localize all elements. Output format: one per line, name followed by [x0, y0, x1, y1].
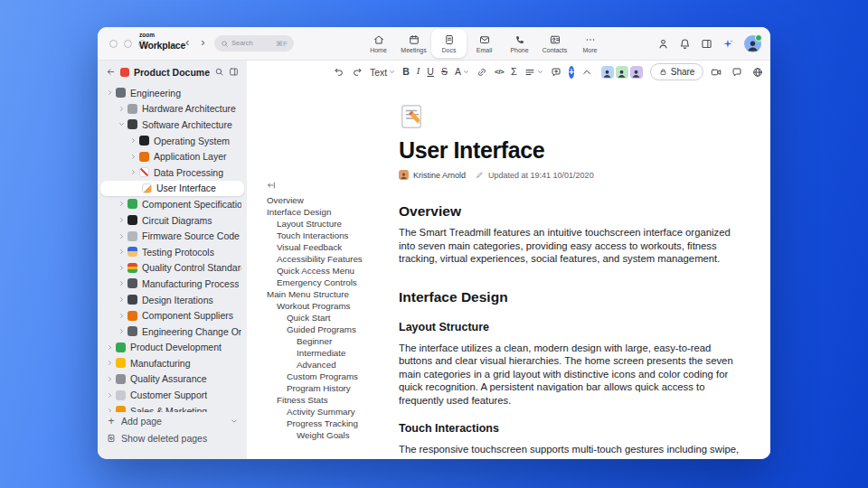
sidebar-item-user-interface[interactable]: User Interface [100, 181, 244, 197]
toc-item-workout-programs[interactable]: Workout Programs [267, 300, 384, 312]
toc-item-beginner[interactable]: Beginner [267, 335, 384, 347]
back-button[interactable]: ‹ [185, 34, 189, 51]
chevron-right-icon[interactable] [117, 280, 127, 286]
chevron-right-icon[interactable] [117, 233, 127, 239]
toc-item-touch-interactions[interactable]: Touch Interactions [267, 230, 384, 241]
toc-item-visual-feedback[interactable]: Visual Feedback [267, 241, 384, 253]
sidebar-item-sales-marketing[interactable]: Sales & Marketing [98, 403, 247, 412]
chevron-right-icon[interactable] [117, 249, 127, 255]
sidebar-item-software-architecture[interactable]: Software Architecture [98, 117, 247, 133]
user-avatar[interactable] [744, 35, 761, 52]
sidebar-item-quality-control-standards[interactable]: Quality Control Standards [98, 260, 247, 277]
toc-item-quick-start[interactable]: Quick Start [267, 312, 384, 324]
back-arrow-icon[interactable] [106, 67, 116, 77]
add-block-button[interactable]: + [569, 66, 574, 79]
toc-item-overview[interactable]: Overview [267, 194, 384, 206]
toc-item-custom-programs[interactable]: Custom Programs [267, 371, 384, 382]
sidebar-item-customer-support[interactable]: Customer Support [98, 387, 247, 403]
add-page-button[interactable]: + Add page [98, 412, 247, 429]
italic-button[interactable]: I [417, 67, 420, 77]
tab-home[interactable]: Home [361, 27, 396, 60]
toc-item-intermediate[interactable]: Intermediate [267, 347, 384, 359]
chevron-right-icon[interactable] [117, 217, 127, 223]
chevron-down-icon[interactable] [117, 121, 127, 127]
close-window-button[interactable] [109, 40, 118, 48]
toc-item-guided-programs[interactable]: Guided Programs [267, 324, 384, 335]
tab-contacts[interactable]: Contacts [537, 27, 572, 60]
sidebar-item-design-iterations[interactable]: Design Iterations [98, 292, 247, 308]
tab-email[interactable]: Email [467, 27, 502, 60]
underline-button[interactable]: U [427, 67, 434, 77]
chevron-right-icon[interactable] [128, 137, 138, 144]
tab-phone[interactable]: Phone [502, 27, 537, 60]
sidebar-item-manufacturing[interactable]: Manufacturing [98, 355, 247, 371]
code-block-button[interactable]: </> [495, 69, 504, 76]
workspace-title[interactable]: Product Documenta... [134, 67, 210, 78]
strikethrough-button[interactable]: S [441, 67, 448, 77]
forward-button[interactable]: › [201, 34, 204, 51]
chevron-right-icon[interactable] [105, 344, 115, 351]
document-title[interactable]: User Interface [399, 137, 742, 164]
toc-item-activity-summary[interactable]: Activity Summary [267, 406, 384, 418]
chevron-right-icon[interactable] [105, 376, 115, 382]
sidebar-item-operating-system[interactable]: Operating System [98, 133, 247, 149]
document-memo-emoji-icon[interactable] [399, 103, 426, 130]
start-video-button[interactable] [711, 67, 722, 78]
insert-link-button[interactable] [476, 67, 487, 78]
toc-item-progress-tracking[interactable]: Progress Tracking [267, 418, 384, 429]
language-button[interactable] [752, 67, 763, 78]
alignment-button[interactable] [524, 67, 543, 78]
toc-item-interface-design[interactable]: Interface Design [267, 206, 384, 218]
sidebar-item-engineering[interactable]: Engineering [98, 85, 247, 101]
sidebar-item-component-suppliers[interactable]: Component Suppliers [98, 307, 247, 324]
show-deleted-pages-button[interactable]: Show deleted pages [98, 429, 247, 446]
document-canvas[interactable]: OverviewInterface DesignLayout Structure… [247, 83, 770, 459]
share-button[interactable]: Share [650, 63, 704, 80]
minimize-window-button[interactable] [124, 40, 132, 48]
sidebar-item-firmware-source-code[interactable]: Firmware Source Code [98, 228, 247, 244]
chevron-right-icon[interactable] [117, 201, 127, 207]
text-color-button[interactable]: A [455, 67, 469, 77]
chevron-right-icon[interactable] [105, 89, 115, 96]
sidebar-item-testing-protocols[interactable]: Testing Protocols [98, 244, 247, 260]
toc-item-main-menu-structure[interactable]: Main Menu Structure [267, 288, 384, 300]
toc-item-program-history[interactable]: Program History [267, 382, 384, 394]
toc-item-layout-structure[interactable]: Layout Structure [267, 218, 384, 230]
sidebar-item-product-development[interactable]: Product Development [98, 340, 247, 356]
toc-item-emergency-controls[interactable]: Emergency Controls [267, 277, 384, 288]
comment-button[interactable] [551, 67, 561, 78]
notifications-button[interactable] [679, 38, 691, 50]
toc-item-advanced[interactable]: Advanced [267, 359, 384, 371]
sidebar-item-quality-assurance[interactable]: Quality Assurance [98, 371, 247, 388]
sidebar-item-hardware-architecture[interactable]: Hardware Architecture [98, 101, 247, 117]
chevron-right-icon[interactable] [128, 154, 138, 160]
redo-button[interactable] [352, 67, 363, 78]
chevron-right-icon[interactable] [128, 169, 138, 175]
collaborator-avatars[interactable] [601, 66, 643, 79]
profile-button[interactable] [657, 38, 669, 50]
tab-meetings[interactable]: Meetings [396, 27, 431, 60]
sidebar-item-engineering-change-orders[interactable]: Engineering Change Orders [98, 324, 247, 340]
chevron-right-icon[interactable] [117, 106, 127, 112]
ai-companion-button[interactable] [722, 38, 734, 50]
sidebar-item-manufacturing-process[interactable]: Manufacturing Process [98, 276, 247, 292]
sidebar-item-data-processing[interactable]: Data Processing [98, 164, 247, 181]
tab-docs[interactable]: Docs [431, 29, 467, 58]
sidebar-search-icon[interactable] [214, 67, 224, 77]
toc-item-quick-access-menu[interactable]: Quick Access Menu [267, 265, 384, 277]
toc-item-weight-goals[interactable]: Weight Goals [267, 429, 384, 441]
bold-button[interactable]: B [402, 67, 410, 77]
equation-button[interactable]: Σ [511, 67, 517, 77]
toc-item-accessibility-features[interactable]: Accessibility Features [267, 253, 384, 265]
sidebar-item-circuit-diagrams[interactable]: Circuit Diagrams [98, 212, 247, 229]
chevron-right-icon[interactable] [117, 313, 127, 319]
chevron-down-icon[interactable] [231, 418, 238, 425]
collapse-outline-button[interactable] [267, 181, 384, 190]
chevron-right-icon[interactable] [117, 265, 127, 271]
sidebar-item-component-specifications[interactable]: Component Specifications [98, 196, 247, 212]
chevron-right-icon[interactable] [105, 360, 115, 366]
chevron-right-icon[interactable] [117, 328, 127, 334]
side-panel-button[interactable] [701, 38, 712, 50]
toc-item-fitness-stats[interactable]: Fitness Stats [267, 394, 384, 406]
text-style-button[interactable]: Text [370, 67, 395, 78]
